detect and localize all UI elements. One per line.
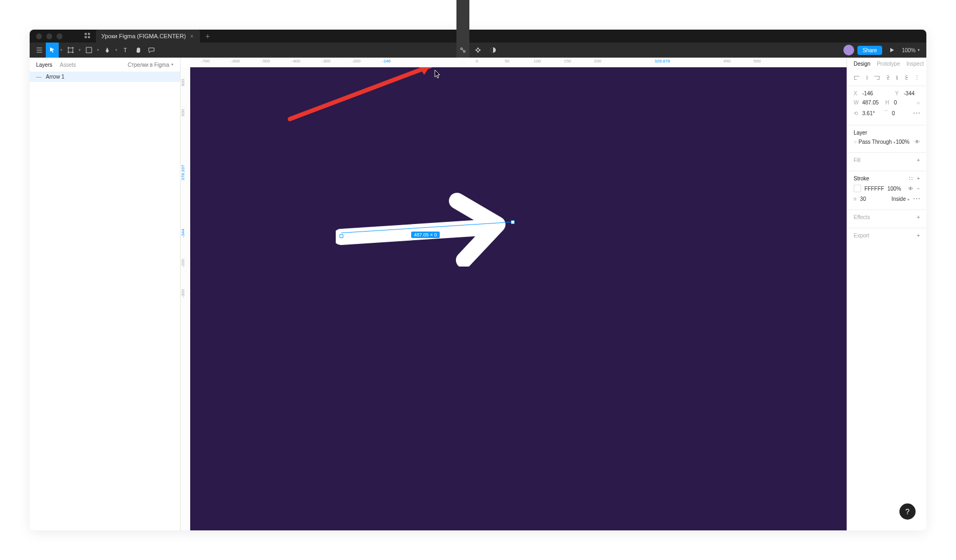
distribute-icon[interactable]: ⋮ [914,74,920,81]
toolbar: ▾ ▾ ▾ ▾ T Share 100%▾ [30,43,926,58]
pen-tool-caret[interactable]: ▾ [114,48,119,52]
tab-strip: Уроки Figma (FIGMA.CENTER) × + [79,30,215,43]
effects-section: Effects+ [847,209,926,228]
svg-line-7 [290,66,430,119]
export-section: Export+ [847,228,926,246]
selection-handle-end[interactable] [511,220,515,224]
visibility-toggle-icon[interactable]: 👁 [915,139,920,145]
file-tab[interactable]: Уроки Figma (FIGMA.CENTER) × [96,30,200,43]
layers-tab[interactable]: Layers [36,62,52,68]
rotation-input[interactable]: 3.61° [862,110,878,116]
transform-section: X-146 Y-344 W487.05 H0 ⟐ ⟲3.61° ⌒0 ⋯ [847,86,926,125]
stroke-hex-input[interactable]: FFFFFF [864,186,884,192]
svg-rect-2 [85,36,87,38]
user-avatar[interactable] [843,45,854,55]
help-button[interactable]: ? [899,503,916,520]
add-export-icon[interactable]: + [917,233,920,239]
stroke-weight-input[interactable]: 30 [860,196,876,202]
layer-section: Layer ○Pass Through 100% 👁 [847,125,926,152]
add-stroke-icon[interactable]: + [917,176,920,181]
vertical-ruler: 800600378.337-344-200-300 [181,67,190,530]
shape-tool[interactable] [82,43,95,58]
add-fill-icon[interactable]: + [917,157,920,163]
horizontal-ruler: -700-600-500-400-300-200-146050100150200… [190,58,847,67]
stroke-opacity-input[interactable]: 100% [888,186,904,192]
align-vcenter-icon[interactable]: ⫵ [896,74,898,81]
stroke-weight-icon: ≡ [854,196,857,202]
annotation-red-arrow [285,60,441,124]
pen-tool[interactable] [101,43,114,58]
layer-name: Arrow 1 [46,74,64,80]
stroke-more-icon[interactable]: ⋯ [913,194,920,203]
align-bottom-icon[interactable]: ⫕ [905,74,908,81]
cursor-pointer-icon [434,69,441,79]
align-top-icon[interactable]: ⫔ [886,74,890,81]
design-tab[interactable]: Design [854,61,870,67]
align-hcenter-icon[interactable]: ⫲ [866,74,868,81]
fill-section: Fill+ [847,152,926,171]
inspect-tab[interactable]: Inspect [906,61,924,67]
height-input[interactable]: 0 [894,100,910,106]
radius-input[interactable]: 0 [892,110,908,116]
main-area: Layers Assets Стрелки в Figma▾ — Arrow 1… [30,58,926,530]
svg-rect-1 [88,33,90,35]
move-tool-caret[interactable]: ▾ [59,48,64,52]
main-menu-button[interactable] [33,43,46,58]
window-controls [30,33,63,39]
stroke-visibility-icon[interactable]: 👁 [908,186,913,192]
file-tab-title: Уроки Figma (FIGMA.CENTER) [101,33,186,39]
stroke-color-swatch[interactable] [854,185,861,192]
maximize-window-button[interactable] [57,33,63,39]
move-tool[interactable] [46,43,59,58]
stroke-align-select[interactable]: Inside [891,196,910,202]
dimension-label: 487.05 × 0 [411,232,440,238]
hand-tool[interactable] [132,43,145,58]
right-panel: Design Prototype Inspect ⫍ ⫲ ⫎ ⫔ ⫵ ⫕ ⋮ X… [847,58,926,530]
present-button[interactable] [885,43,898,58]
shape-tool-caret[interactable]: ▾ [95,48,101,52]
add-effect-icon[interactable]: + [917,214,920,220]
zoom-control[interactable]: 100%▾ [898,47,923,53]
x-input[interactable]: -146 [862,90,878,96]
blend-mode-select[interactable]: ○Pass Through [854,139,896,145]
share-button[interactable]: Share [857,46,883,55]
align-left-icon[interactable]: ⫍ [854,74,860,81]
close-tab-icon[interactable]: × [190,33,193,39]
left-panel: Layers Assets Стрелки в Figma▾ — Arrow 1 [30,58,181,530]
remove-stroke-icon[interactable]: − [917,186,920,192]
new-tab-button[interactable]: + [200,32,215,40]
stroke-styles-icon[interactable]: ∷ [909,176,912,181]
svg-rect-3 [88,36,90,38]
frame-tool[interactable] [64,43,77,58]
assets-tab[interactable]: Assets [60,62,76,68]
canvas-background: 487.05 × 0 [190,67,847,530]
line-layer-icon: — [36,74,41,80]
home-tab[interactable] [79,32,96,40]
transform-more-icon[interactable]: ⋯ [913,109,920,117]
close-window-button[interactable] [36,33,42,39]
svg-rect-4 [86,47,92,53]
y-input[interactable]: -344 [904,90,920,96]
constrain-proportions-icon[interactable]: ⟐ [917,100,920,106]
comment-tool[interactable] [145,43,158,58]
stroke-section: Stroke ∷+ FFFFFF 100% 👁 − ≡ 30 Inside ⋯ [847,171,926,209]
minimize-window-button[interactable] [46,33,52,39]
svg-rect-0 [85,33,87,35]
arrow-shape[interactable] [336,191,519,267]
width-input[interactable]: 487.05 [862,100,879,106]
page-selector[interactable]: Стрелки в Figma▾ [128,62,174,68]
selection-handle-start[interactable] [340,234,343,238]
frame-tool-caret[interactable]: ▾ [77,48,82,52]
canvas[interactable]: -700-600-500-400-300-200-146050100150200… [181,58,847,530]
text-tool[interactable]: T [119,43,132,58]
svg-text:T: T [123,47,127,53]
prototype-tab[interactable]: Prototype [877,61,900,67]
figma-app-window: Уроки Figma (FIGMA.CENTER) × + ▾ ▾ ▾ ▾ T [30,30,926,530]
opacity-input[interactable]: 100% [896,139,912,145]
layer-item-arrow1[interactable]: — Arrow 1 [30,72,180,82]
align-right-icon[interactable]: ⫎ [874,74,880,81]
